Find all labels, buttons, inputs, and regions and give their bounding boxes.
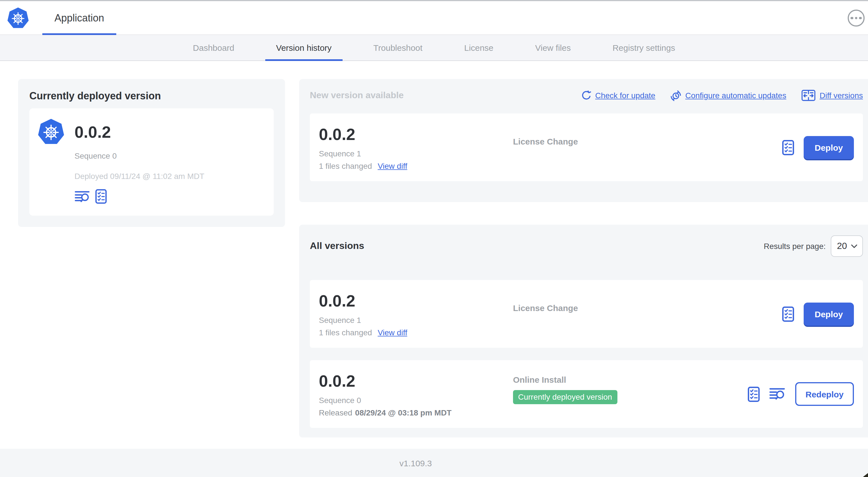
app-tab-application[interactable]: Application bbox=[42, 1, 116, 35]
version-source: Online Install bbox=[513, 376, 566, 384]
version-number: 0.0.2 bbox=[319, 372, 513, 389]
checklist-icon bbox=[782, 306, 794, 322]
files-changed-count: 1 files changed bbox=[319, 162, 372, 171]
diff-icon bbox=[801, 90, 815, 101]
released-label: Released bbox=[319, 409, 352, 417]
view-deploy-logs-button[interactable] bbox=[74, 190, 90, 202]
tab-registry-settings[interactable]: Registry settings bbox=[602, 35, 686, 60]
checklist-icon bbox=[95, 189, 107, 204]
version-checklist-button[interactable] bbox=[782, 140, 794, 155]
view-preflight-checklist-button[interactable] bbox=[95, 189, 107, 204]
console-version: v1.109.3 bbox=[399, 458, 432, 468]
results-per-page-label: Results per page: bbox=[764, 242, 826, 251]
currently-deployed-panel: Currently deployed version 0.0.2 bbox=[18, 79, 285, 227]
version-sequence: Sequence 1 bbox=[319, 316, 513, 325]
checklist-icon bbox=[748, 386, 760, 401]
app-nav-tabs: Dashboard Version history Troubleshoot L… bbox=[0, 35, 868, 61]
refresh-icon bbox=[581, 90, 591, 100]
version-checklist-button[interactable] bbox=[782, 306, 794, 322]
version-row-sequence-0: 0.0.2 Sequence 0 Released 08/29/24 @ 03:… bbox=[310, 360, 863, 428]
kubernetes-app-icon bbox=[37, 117, 65, 147]
currently-deployed-badge: Currently deployed version bbox=[513, 390, 617, 404]
version-row-sequence-1: 0.0.2 Sequence 1 1 files changed View di… bbox=[310, 280, 863, 348]
new-version-panel: New version available Check for update bbox=[299, 79, 868, 202]
check-for-update-link[interactable]: Check for update bbox=[581, 90, 655, 101]
current-version-sequence: Sequence 0 bbox=[74, 152, 204, 160]
deploy-button[interactable]: Deploy bbox=[804, 136, 854, 159]
version-sequence: Sequence 1 bbox=[319, 150, 513, 158]
deploy-button[interactable]: Deploy bbox=[804, 302, 854, 325]
checklist-icon bbox=[782, 140, 794, 155]
app-tab-label: Application bbox=[55, 12, 104, 24]
kots-admin-console: Application Dashboard Version history Tr… bbox=[0, 0, 868, 477]
view-diff-link[interactable]: View diff bbox=[378, 162, 407, 171]
schedule-icon bbox=[671, 90, 681, 101]
released-timestamp: 08/29/24 @ 03:18 pm MDT bbox=[355, 409, 452, 417]
currently-deployed-title: Currently deployed version bbox=[29, 90, 274, 102]
app-header: Application bbox=[0, 1, 868, 35]
files-changed-count: 1 files changed bbox=[319, 329, 372, 337]
current-version-number: 0.0.2 bbox=[74, 124, 204, 140]
tab-version-history[interactable]: Version history bbox=[265, 35, 342, 60]
tab-dashboard[interactable]: Dashboard bbox=[182, 35, 245, 60]
logs-icon bbox=[769, 388, 785, 400]
tab-license[interactable]: License bbox=[454, 35, 504, 60]
current-version-deployed-timestamp: Deployed 09/11/24 @ 11:02 am MDT bbox=[74, 172, 204, 180]
version-source: License Change bbox=[513, 137, 578, 146]
tab-troubleshoot[interactable]: Troubleshoot bbox=[363, 35, 433, 60]
mouse-cursor bbox=[863, 473, 868, 477]
ellipsis-icon bbox=[851, 17, 853, 20]
footer: v1.109.3 bbox=[0, 449, 868, 477]
redeploy-button[interactable]: Redeploy bbox=[795, 382, 854, 406]
chevron-down-icon bbox=[851, 244, 857, 248]
tab-view-files[interactable]: View files bbox=[525, 35, 582, 60]
results-per-page-select[interactable]: 20 bbox=[831, 235, 863, 257]
logs-icon bbox=[74, 190, 90, 202]
kubernetes-logo-icon bbox=[7, 6, 29, 30]
new-version-row: 0.0.2 Sequence 1 1 files changed View di… bbox=[310, 114, 863, 181]
version-source: License Change bbox=[513, 303, 578, 313]
version-number: 0.0.2 bbox=[319, 126, 513, 143]
version-checklist-button[interactable] bbox=[748, 386, 760, 401]
view-diff-link[interactable]: View diff bbox=[378, 329, 407, 337]
view-deploy-logs-button[interactable] bbox=[769, 388, 785, 400]
version-sequence: Sequence 0 bbox=[319, 396, 513, 405]
configure-automatic-updates-link[interactable]: Configure automatic updates bbox=[671, 90, 786, 101]
version-number: 0.0.2 bbox=[319, 292, 513, 309]
diff-versions-link[interactable]: Diff versions bbox=[801, 90, 863, 101]
all-versions-panel: All versions Results per page: 20 0.0.2 … bbox=[299, 225, 868, 438]
new-version-title: New version available bbox=[310, 90, 404, 101]
currently-deployed-card: 0.0.2 Sequence 0 Deployed 09/11/24 @ 11:… bbox=[29, 109, 274, 216]
all-versions-title: All versions bbox=[310, 240, 364, 252]
more-menu-button[interactable] bbox=[848, 9, 865, 27]
